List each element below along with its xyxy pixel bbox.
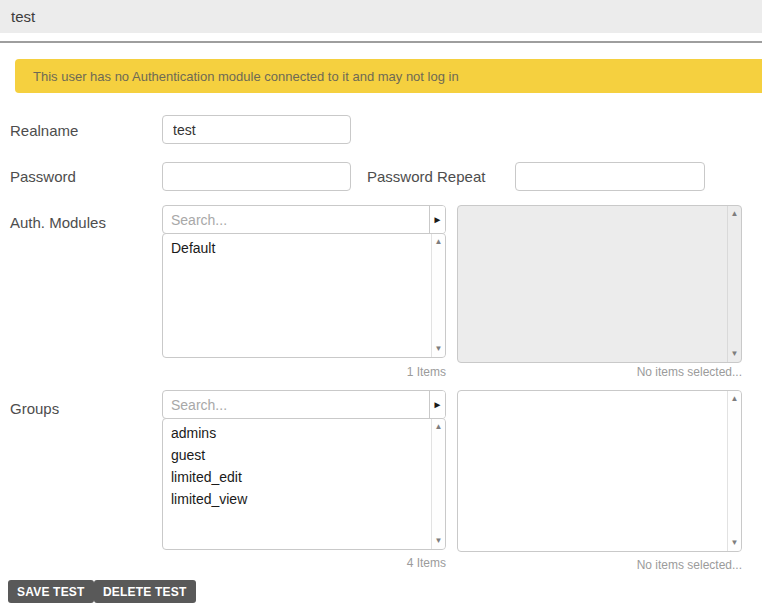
delete-button[interactable]: DELETE TEST [94,580,196,603]
groups-selected-listbox[interactable]: ▲ ▼ [457,390,742,552]
groups-selected-items [458,391,727,551]
auth-modules-available-items: Default [163,234,431,357]
scroll-up-icon[interactable]: ▲ [435,423,443,431]
warning-banner: This user has no Authentication module c… [15,59,762,93]
scroll-down-icon[interactable]: ▼ [435,345,443,353]
list-item[interactable]: Default [163,237,431,259]
auth-modules-selected-items [458,206,727,362]
groups-label: Groups [10,400,59,418]
user-edit-page: test This user has no Authentication mod… [0,0,762,611]
groups-selected-scrollbar[interactable]: ▲ ▼ [727,391,741,551]
auth-modules-selected-listbox: ▲ ▼ [457,205,742,363]
list-item[interactable]: guest [163,444,431,466]
warning-text: This user has no Authentication module c… [33,69,459,84]
groups-picker: ► [162,390,446,419]
groups-available-items: adminsguestlimited_editlimited_view [163,419,431,549]
auth-modules-available-scrollbar[interactable]: ▲ ▼ [431,234,445,357]
header-divider [0,41,762,43]
scroll-down-icon[interactable]: ▼ [731,350,739,358]
page-title: test [11,8,35,25]
groups-search-input[interactable] [163,391,429,418]
groups-available-listbox[interactable]: adminsguestlimited_editlimited_view ▲ ▼ [162,418,446,550]
realname-input[interactable] [162,115,351,144]
right-arrow-icon: ► [433,399,443,410]
auth-modules-picker: ► [162,205,446,234]
groups-count: 4 Items [246,556,446,570]
scroll-up-icon[interactable]: ▲ [731,210,739,218]
scroll-up-icon[interactable]: ▲ [731,395,739,403]
scroll-down-icon[interactable]: ▼ [731,539,739,547]
password-label: Password [10,168,76,186]
auth-modules-selected-status: No items selected... [542,365,742,379]
page-header: test [0,0,762,33]
auth-modules-available-listbox[interactable]: Default ▲ ▼ [162,233,446,358]
list-item[interactable]: limited_view [163,488,431,510]
groups-add-button[interactable]: ► [429,391,445,418]
auth-modules-search-input[interactable] [163,206,429,233]
save-button[interactable]: SAVE TEST [8,580,94,603]
auth-modules-count: 1 Items [246,365,446,379]
realname-label: Realname [10,122,78,140]
groups-available-scrollbar[interactable]: ▲ ▼ [431,419,445,549]
scroll-down-icon[interactable]: ▼ [435,537,443,545]
auth-modules-selected-scrollbar[interactable]: ▲ ▼ [727,206,741,362]
password-repeat-label: Password Repeat [367,168,485,186]
auth-modules-label: Auth. Modules [10,214,106,232]
auth-modules-add-button[interactable]: ► [429,206,445,233]
password-repeat-input[interactable] [515,162,705,191]
list-item[interactable]: limited_edit [163,466,431,488]
groups-selected-status: No items selected... [542,558,742,572]
right-arrow-icon: ► [433,214,443,225]
scroll-up-icon[interactable]: ▲ [435,238,443,246]
list-item[interactable]: admins [163,422,431,444]
password-input[interactable] [162,162,351,191]
